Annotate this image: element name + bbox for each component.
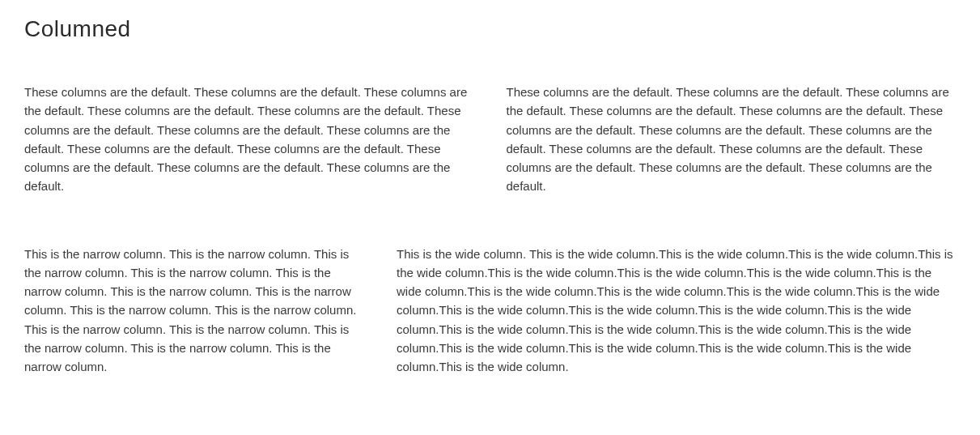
wide-column: This is the wide column. This is the wid… bbox=[397, 245, 956, 377]
narrow-column: This is the narrow column. This is the n… bbox=[24, 245, 364, 377]
row-default-columns: These columns are the default. These col… bbox=[24, 83, 956, 196]
default-column-right-text: These columns are the default. These col… bbox=[507, 83, 957, 196]
narrow-column-text: This is the narrow column. This is the n… bbox=[24, 245, 364, 377]
default-column-left-text: These columns are the default. These col… bbox=[24, 83, 474, 196]
default-column-left: These columns are the default. These col… bbox=[24, 83, 474, 196]
wide-column-text: This is the wide column. This is the wid… bbox=[397, 245, 956, 377]
default-column-right: These columns are the default. These col… bbox=[507, 83, 957, 196]
row-narrow-wide-columns: This is the narrow column. This is the n… bbox=[24, 245, 956, 377]
page-heading: Columned bbox=[24, 16, 956, 42]
